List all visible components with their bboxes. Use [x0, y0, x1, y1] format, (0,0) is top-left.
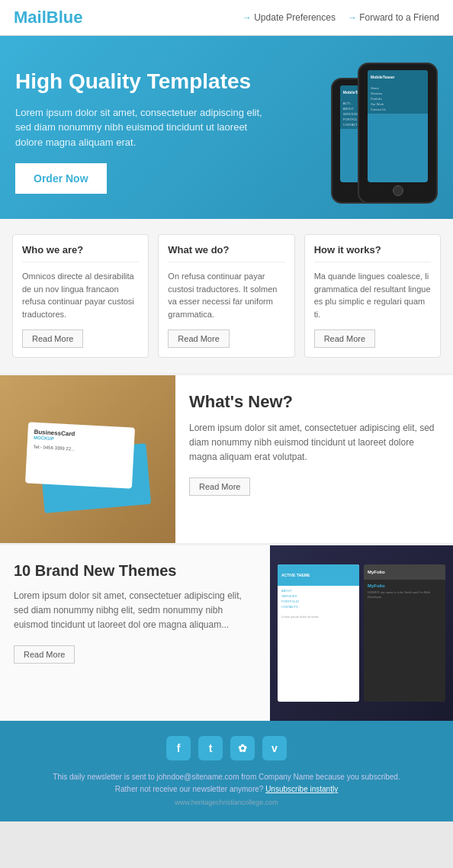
theme-1-nav-contacts: CONTACTS [281, 604, 355, 609]
social-icons: f t ✿ v [15, 736, 438, 760]
theme-2-name: MyFolio [368, 570, 385, 574]
col-1-body: Omnicos directe al desirabilita de un no… [22, 270, 139, 320]
watermark: www.heritagechristiancollege.com [15, 799, 438, 806]
order-now-button[interactable]: Order Now [15, 163, 107, 194]
col-3-title: How it works? [314, 244, 431, 262]
theme-2-header: MyFolio [364, 564, 445, 580]
phone-mockup: MobileTeaser ACTI... ABOUT SERVICES PORT… [278, 59, 438, 204]
theme-2-desc: HOWDY, my name is John Smith and I'm Web… [368, 590, 442, 599]
facebook-icon[interactable]: f [166, 736, 191, 760]
card-front-phone: Tel:- 0456 3399 22... [33, 445, 127, 454]
col-3-read-more-button[interactable]: Read More [314, 330, 375, 348]
email-wrapper: MailBlue Update Preferences Forward to a… [0, 0, 453, 821]
theme-1-nav-services: SERVICES [281, 593, 355, 599]
brand-section: 10 Brand New Themes Lorem ipsum dolor si… [0, 543, 453, 721]
phone-front-header: MobileTeaser [368, 70, 428, 84]
unsubscribe-link[interactable]: Unsubscribe instantly [265, 785, 338, 793]
logo: MailBlue [14, 8, 82, 27]
flickr-icon[interactable]: ✿ [230, 736, 255, 760]
theme-1-nav-portfolio: PORTFOLIO [281, 599, 355, 604]
phone-front: MobileTeaser Home Services Portfolio Our… [358, 63, 438, 204]
card-stack: BusinessCard MOCKUP 224 561 889 Business… [27, 410, 149, 509]
header: MailBlue Update Preferences Forward to a… [0, 0, 453, 36]
footer-unsub-text: Rather not receive our newsletter anymor… [115, 785, 264, 793]
col-card-1: Who we are? Omnicos directe al desirabil… [12, 234, 149, 358]
footer-text: This daily newsletter is sent to johndoe… [15, 771, 438, 796]
col-1-title: Who we are? [22, 244, 139, 262]
col-3-body: Ma quande lingues coalesce, li grammatic… [314, 270, 431, 320]
theme-1-nav: ABOUT SERVICES PORTFOLIO CONTACTS [278, 586, 359, 612]
whats-new-image: BusinessCard MOCKUP 224 561 889 Business… [0, 375, 175, 543]
brand-content: 10 Brand New Themes Lorem ipsum dolor si… [0, 545, 270, 721]
col-card-2: What we do? On refusa continuar payar cu… [158, 234, 294, 358]
whats-new-read-more-button[interactable]: Read More [189, 477, 250, 496]
themes-mockup: ACTIVE THEME ABOUT SERVICES PORTFOLIO CO… [270, 545, 453, 721]
card-front: BusinessCard MOCKUP Tel:- 0456 3399 22..… [25, 422, 135, 488]
header-links: Update Preferences Forward to a Friend [243, 12, 439, 23]
hero-description: Lorem ipsum dolor sit amet, consectetuer… [15, 105, 262, 150]
whats-new-content: What's New? Lorem ipsum dolor sit amet, … [175, 375, 453, 543]
brand-read-more-button[interactable]: Read More [14, 645, 75, 664]
phone-front-title: MobileTeaser [371, 75, 395, 79]
theme-1-name: ACTIVE THEME [281, 573, 310, 577]
theme-2-label: MyFolio [368, 583, 442, 588]
forward-link[interactable]: Forward to a Friend [348, 12, 439, 23]
col-2-read-more-button[interactable]: Read More [168, 330, 229, 348]
brand-title: 10 Brand New Themes [14, 562, 256, 580]
phone-front-screen: MobileTeaser Home Services Portfolio Our… [368, 70, 428, 182]
col-card-3: How it works? Ma quande lingues coalesce… [304, 234, 441, 358]
brand-image: ACTIVE THEME ABOUT SERVICES PORTFOLIO CO… [270, 545, 453, 721]
hero-section: High Quality Templates Lorem ipsum dolor… [0, 36, 453, 219]
business-card-mockup: BusinessCard MOCKUP 224 561 889 Business… [0, 375, 175, 543]
theme-card-1: ACTIVE THEME ABOUT SERVICES PORTFOLIO CO… [278, 564, 359, 702]
three-col-section: Who we are? Omnicos directe al desirabil… [0, 219, 453, 373]
phone-front-home [393, 185, 403, 196]
theme-2-body: MyFolio HOWDY, my name is John Smith and… [364, 580, 445, 702]
vimeo-icon[interactable]: v [262, 736, 287, 760]
brand-body: Lorem ipsum dolor sit amet, consectetuer… [14, 589, 256, 633]
col-2-title: What we do? [168, 244, 284, 262]
theme-1-header: ACTIVE THEME [278, 564, 359, 586]
theme-1-body: Lorem ipsum dolor sit amet... [278, 612, 359, 702]
hero-image: MobileTeaser ACTI... ABOUT SERVICES PORT… [270, 59, 438, 204]
logo-mail: Mail [14, 8, 47, 27]
col-1-read-more-button[interactable]: Read More [22, 330, 83, 348]
twitter-icon[interactable]: t [198, 736, 223, 760]
whats-new-section: BusinessCard MOCKUP 224 561 889 Business… [0, 373, 453, 543]
hero-title: High Quality Templates [15, 69, 262, 95]
footer: f t ✿ v This daily newsletter is sent to… [0, 721, 453, 821]
phone-front-body: MobileTeaser Home Services Portfolio Our… [358, 63, 438, 204]
hero-text: High Quality Templates Lorem ipsum dolor… [15, 69, 270, 194]
phone-front-nav: Home Services Portfolio Our Work Contact… [368, 84, 428, 114]
footer-unsub: Rather not receive our newsletter anymor… [15, 783, 438, 796]
col-2-body: On refusa continuar payar custosi traduc… [168, 270, 284, 320]
theme-1-nav-about: ABOUT [281, 588, 355, 593]
footer-description: This daily newsletter is sent to johndoe… [15, 771, 438, 783]
whats-new-body: Lorem ipsum dolor sit amet, consectetuer… [189, 421, 439, 465]
whats-new-title: What's New? [189, 392, 439, 412]
theme-card-2: MyFolio MyFolio HOWDY, my name is John S… [364, 564, 445, 702]
update-preferences-link[interactable]: Update Preferences [243, 12, 336, 23]
logo-blue: Blue [47, 8, 83, 27]
